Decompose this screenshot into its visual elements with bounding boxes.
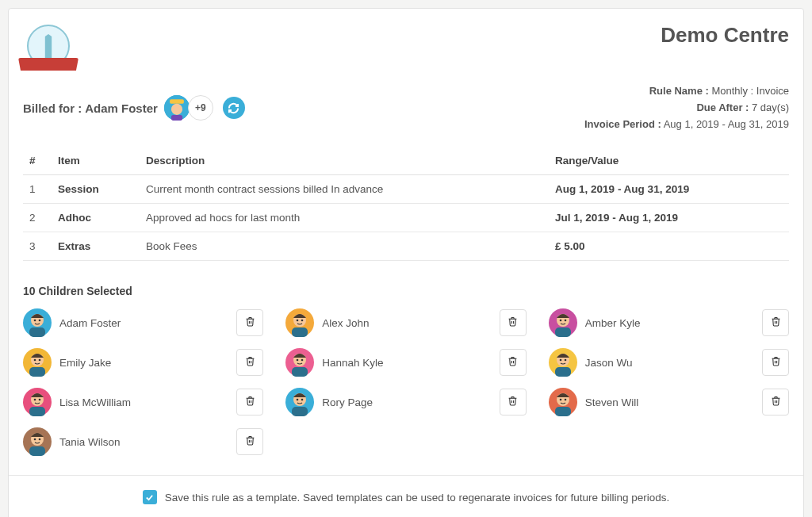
child-row: Emily Jake [23,348,263,377]
remove-child-button[interactable] [236,389,263,416]
child-row: Jason Wu [549,348,789,377]
child-avatar [285,308,314,337]
child-avatar [549,348,577,377]
svg-point-17 [559,320,561,322]
children-selected-title: 10 Children Selected [23,285,789,297]
table-row: 3ExtrasBook Fees£ 5.00 [23,232,789,261]
remove-child-button[interactable] [500,309,527,336]
svg-rect-3 [171,115,182,121]
col-range: Range/Value [549,147,789,175]
child-avatar [549,388,577,416]
table-row: 1SessionCurrent month contract sessions … [23,175,789,204]
cell-num: 1 [23,175,52,204]
remove-child-button[interactable] [762,309,789,336]
save-template-row: Save this rule as a template. Saved temp… [23,490,789,504]
invoice-meta: Rule Name : Monthly : Invoice Due After … [584,83,789,132]
trash-icon [771,356,781,369]
cell-item: Session [52,175,140,204]
svg-rect-16 [555,327,571,337]
check-icon [145,493,154,502]
divider [9,475,803,476]
svg-point-37 [34,399,36,401]
trash-icon [771,396,781,408]
cell-range: £ 5.00 [549,232,789,261]
child-name: Jason Wu [585,357,633,369]
remove-child-button[interactable] [762,349,789,376]
due-value: 7 day(s) [752,101,789,113]
svg-rect-31 [555,367,571,377]
svg-rect-26 [292,367,308,377]
child-name: Steven Will [585,396,639,408]
extra-count-badge[interactable]: +9 [188,95,213,121]
svg-rect-21 [29,367,45,377]
cell-range: Jul 1, 2019 - Aug 1, 2019 [549,204,789,232]
trash-icon [771,316,781,329]
billed-for: Billed for : Adam Foster +9 [23,95,245,121]
svg-point-8 [39,320,41,322]
child-info: Tania Wilson [23,427,121,456]
child-row: Hannah Kyle [285,348,526,377]
remove-child-button[interactable] [500,389,527,416]
child-row: Alex John [285,308,526,337]
child-info: Rory Page [285,388,373,416]
save-template-checkbox[interactable] [143,490,157,504]
centre-title: Demo Centre [661,23,789,48]
trash-icon [508,396,518,408]
billed-meta-row: Billed for : Adam Foster +9 Rule Name : … [23,83,789,132]
child-name: Emily Jake [59,357,111,369]
trash-icon [245,396,255,408]
svg-point-32 [559,359,561,362]
refresh-button[interactable] [223,97,245,119]
svg-point-2 [171,104,182,115]
svg-point-43 [301,399,304,401]
invoice-card: Demo Centre Billed for : Adam Foster +9 … [8,8,804,517]
child-info: Alex John [285,308,369,337]
col-num: # [23,147,52,175]
svg-point-42 [297,399,299,401]
remove-child-button[interactable] [236,349,263,376]
svg-point-38 [39,399,41,401]
col-item: Item [52,147,140,175]
child-info: Adam Foster [23,308,121,337]
children-grid: Adam FosterAlex JohnAmber KyleEmily Jake… [23,308,789,456]
remove-child-button[interactable] [236,428,263,455]
trash-icon [245,435,255,448]
svg-point-18 [564,320,566,322]
trash-icon [245,356,255,369]
child-info: Emily Jake [23,348,111,377]
child-name: Lisa McWilliam [59,396,131,408]
billed-name: Adam Foster [85,101,158,115]
svg-rect-1 [170,100,184,104]
child-avatar [23,348,52,377]
svg-rect-41 [292,407,308,416]
child-row: Tania Wilson [23,427,263,456]
rules-table: # Item Description Range/Value 1SessionC… [23,147,789,261]
child-avatar [285,348,314,377]
cell-num: 3 [23,232,52,261]
header-row: Demo Centre [23,23,789,74]
svg-point-13 [301,320,304,322]
remove-child-button[interactable] [762,389,789,416]
period-label: Invoice Period : [584,118,661,130]
svg-point-22 [34,359,36,362]
child-name: Tania Wilson [59,436,121,448]
cell-desc: Book Fees [140,232,549,261]
due-label: Due After : [696,101,749,113]
cell-desc: Current month contract sessions billed I… [140,175,549,204]
refresh-icon [228,102,239,114]
child-name: Amber Kyle [585,317,641,329]
cell-num: 2 [23,204,52,232]
svg-point-33 [564,359,566,362]
svg-point-7 [34,320,36,322]
child-name: Hannah Kyle [322,357,383,369]
svg-point-27 [297,359,299,362]
rule-name-label: Rule Name : [649,85,709,97]
child-avatar [23,427,52,456]
child-name: Alex John [322,317,369,329]
child-name: Adam Foster [59,317,121,329]
svg-rect-46 [555,407,571,416]
remove-child-button[interactable] [236,309,263,336]
remove-child-button[interactable] [500,349,527,376]
centre-logo [23,23,74,74]
svg-rect-6 [29,327,45,337]
